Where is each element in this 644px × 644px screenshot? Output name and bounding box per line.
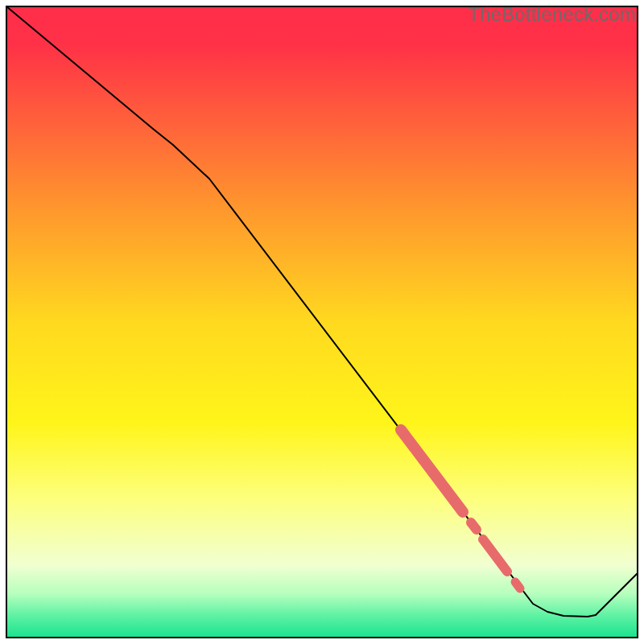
marker-segment-1: [471, 522, 477, 530]
marker-segment-3: [515, 582, 520, 588]
watermark-text: TheBottleneck.com: [468, 3, 636, 26]
bottleneck-chart: TheBottleneck.com: [0, 0, 644, 644]
chart-canvas: [0, 0, 644, 644]
chart-background: [6, 6, 638, 638]
